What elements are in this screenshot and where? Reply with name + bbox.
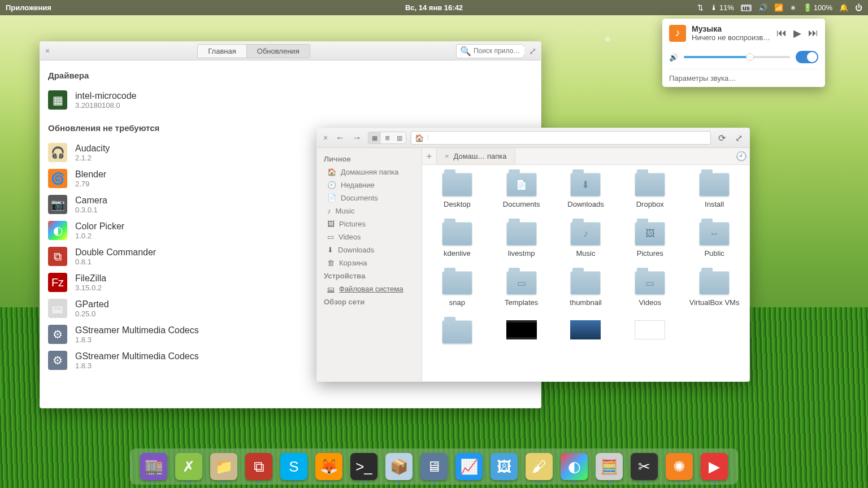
folder-icon: 🖼 [635, 222, 665, 246]
sidebar-item[interactable]: 🕘Недавние [317, 178, 422, 191]
dock-item[interactable]: 🖥 [420, 453, 448, 480]
sidebar-item[interactable]: 📄Documents [317, 191, 422, 204]
reload-button[interactable]: ⟳ [715, 133, 728, 143]
folder-item[interactable]: 🖼Pictures [620, 222, 679, 258]
sidebar-item-label: Домашняя папка [341, 168, 398, 176]
search-input[interactable] [474, 47, 524, 55]
view-columns[interactable]: ▥ [393, 132, 406, 143]
drive-icon: 🖴 [327, 285, 335, 293]
dock-item[interactable]: 🧮 [596, 453, 623, 480]
new-tab-button[interactable]: + [422, 148, 437, 164]
close-button[interactable]: × [44, 47, 51, 55]
folder-item[interactable]: thumbnail [557, 271, 615, 307]
mute-toggle[interactable] [796, 51, 818, 63]
dock-item[interactable]: 📦 [385, 453, 413, 480]
maximize-button[interactable]: ⤢ [732, 133, 745, 143]
dock-item[interactable]: ◐ [561, 453, 588, 480]
app-name: FileZilla [75, 273, 106, 284]
folder-item[interactable]: Dropbox [620, 173, 679, 208]
dock-item[interactable]: ✗ [175, 453, 202, 480]
indicator-notifications[interactable]: 🔔 [839, 3, 848, 12]
dock-item[interactable]: 🖼 [491, 453, 518, 480]
next-button[interactable]: ⏭ [808, 27, 818, 40]
indicator-wifi[interactable]: 📶 [774, 3, 783, 12]
folder-item[interactable]: ↔Public [685, 222, 744, 258]
dock-item[interactable]: 📁 [210, 453, 237, 480]
dock-item[interactable]: 🖌 [526, 453, 553, 480]
dock-item[interactable]: ▶ [701, 453, 728, 480]
history-button[interactable]: 🕘 [734, 148, 749, 164]
folder-item[interactable]: 📄Documents [492, 173, 551, 208]
folder-label: Downloads [567, 200, 604, 208]
tab-home[interactable]: Главная [198, 45, 246, 58]
file-item[interactable] [428, 320, 487, 347]
volume-slider[interactable] [684, 56, 790, 58]
folder-item[interactable]: ⬇Downloads [557, 173, 615, 208]
view-mode-segmented: ▦ ≣ ▥ [368, 132, 406, 144]
folder-item[interactable]: snap [428, 271, 487, 307]
folder-icon [699, 173, 730, 197]
play-button[interactable]: ▶ [793, 27, 801, 40]
view-list[interactable]: ≣ [381, 132, 393, 143]
folder-item[interactable]: Desktop [428, 173, 487, 208]
indicator-session[interactable]: ⏻ [855, 3, 862, 12]
tab-updates[interactable]: Обновления [246, 45, 310, 58]
indicator-battery[interactable]: 🔋 100% [803, 3, 832, 12]
tab-home[interactable]: ×Домаш… папка [437, 148, 515, 164]
folder-item[interactable]: ▭Templates [492, 271, 551, 307]
indicator-temperature[interactable]: 🌡 11% [710, 3, 734, 12]
file-item[interactable] [557, 320, 615, 347]
folder-grid: Desktop📄Documents⬇DownloadsDropboxInstal… [422, 165, 749, 382]
sidebar-item[interactable]: ▭Videos [317, 230, 422, 243]
sidebar-heading-network: Обзор сети [317, 295, 422, 308]
folder-label: Pictures [637, 249, 663, 258]
indicator-network-sync[interactable]: ⇅ [697, 3, 704, 12]
search-field[interactable]: 🔍 [456, 44, 524, 58]
app-icon: 🖴 [48, 299, 67, 318]
app-icon: ◐ [48, 221, 67, 240]
folder-icon [442, 173, 472, 197]
nav-forward[interactable]: → [351, 133, 363, 143]
dock-item[interactable]: ✺ [666, 453, 693, 480]
clock[interactable]: Вс, 14 янв 16:42 [405, 3, 463, 12]
folder-icon [442, 320, 472, 344]
sidebar-item-label: Downloads [338, 246, 374, 254]
dock-item[interactable]: ✂ [631, 453, 658, 480]
folder-item[interactable]: kdenlive [428, 222, 487, 258]
folder-item[interactable]: ♪Music [557, 222, 615, 258]
dock-item[interactable]: 📈 [455, 453, 483, 480]
sidebar-item[interactable]: 🖼Pictures [317, 217, 422, 230]
dock-item[interactable]: ⧉ [245, 453, 272, 480]
nav-back[interactable]: ← [334, 133, 346, 143]
applications-menu[interactable]: Приложения [6, 3, 51, 12]
folder-item[interactable]: Install [685, 173, 744, 208]
sidebar-item[interactable]: ⬇Downloads [317, 243, 422, 256]
app-name: Camera [75, 195, 107, 206]
folder-item[interactable]: ▭Videos [620, 271, 679, 307]
close-button[interactable]: × [322, 134, 329, 142]
maximize-button[interactable]: ⤢ [528, 46, 537, 56]
indicator-sound[interactable]: 🔊 [758, 3, 767, 12]
music-icon: ♪ [669, 25, 686, 42]
file-item[interactable] [620, 320, 679, 347]
driver-row[interactable]: ▦ intel-microcode 3.20180108.0 [48, 87, 533, 113]
dock-item[interactable]: 🏬 [140, 453, 167, 480]
dock-item[interactable]: >_ [350, 453, 377, 480]
folder-item[interactable]: VirtualBox VMs [685, 271, 744, 307]
sidebar-item[interactable]: ♪Music [317, 204, 422, 217]
dock-item[interactable]: 🦊 [315, 453, 342, 480]
app-version: 0.25.0 [75, 310, 109, 318]
dock-item[interactable]: S [280, 453, 307, 480]
sidebar-item[interactable]: 🏠Домашняя папка [317, 165, 422, 178]
sidebar-item[interactable]: 🗑Корзина [317, 256, 422, 269]
view-grid[interactable]: ▦ [368, 132, 381, 143]
path-bar[interactable]: 🏠〉 [411, 131, 711, 145]
file-item[interactable] [492, 320, 551, 347]
sidebar-item-filesystem[interactable]: 🖴Файловая система [317, 282, 422, 295]
indicator-bluetooth[interactable]: ∗ [790, 3, 796, 12]
folder-item[interactable]: livestmp [492, 222, 551, 258]
sound-settings-link[interactable]: Параметры звука… [669, 69, 818, 82]
prev-button[interactable]: ⏮ [776, 27, 787, 40]
folder-label: Dropbox [636, 200, 664, 208]
indicator-keyboard[interactable]: us [741, 5, 752, 11]
